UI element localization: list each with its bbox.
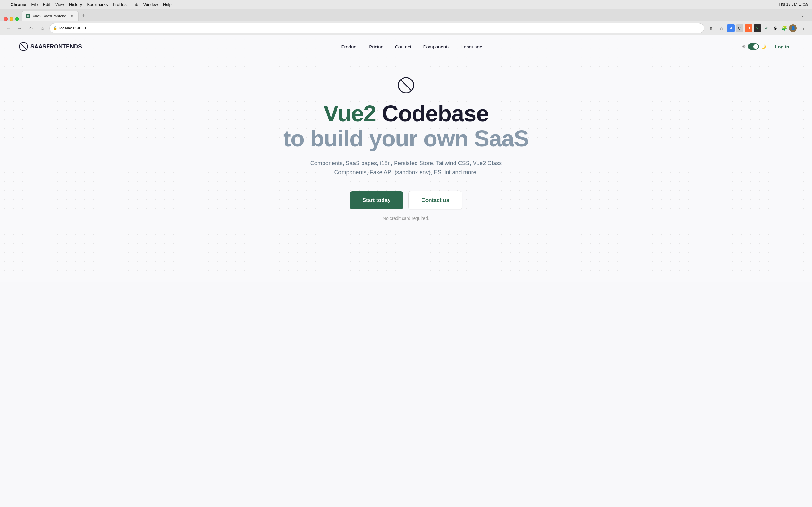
- tab-close-button[interactable]: ✕: [69, 14, 74, 19]
- tab-bar: S Vue2 SaasFrontend ✕ + ⌄: [0, 9, 812, 21]
- site-nav: SAASSAASFRONTENDSFRONTENDS Product Prici…: [0, 35, 812, 58]
- ext-puzzle-icon[interactable]: 🧩: [780, 24, 788, 32]
- hero-section: Vue2 Codebase to build your own SaaS Com…: [0, 58, 812, 246]
- ext-icon-5[interactable]: ✓: [763, 24, 770, 32]
- traffic-lights: [4, 17, 19, 21]
- menubar-tab[interactable]: Tab: [132, 2, 138, 7]
- sun-icon: ☀: [742, 44, 746, 49]
- webpage: SAASSAASFRONTENDSFRONTENDS Product Prici…: [0, 35, 812, 282]
- macos-menubar:  Chrome File Edit View History Bookmark…: [0, 0, 812, 9]
- svg-line-1: [20, 44, 26, 49]
- new-tab-button[interactable]: +: [79, 11, 88, 20]
- hero-logo-icon: [398, 77, 414, 94]
- hero-title-vue2: Vue2: [323, 101, 376, 126]
- close-window-button[interactable]: [4, 17, 8, 21]
- share-icon[interactable]: ⬆: [707, 24, 716, 33]
- url-display: localhost:8080: [59, 26, 701, 31]
- nav-components[interactable]: Components: [423, 44, 450, 49]
- lock-icon: 🔒: [53, 26, 57, 30]
- reload-button[interactable]: ↻: [27, 24, 36, 33]
- logo-text: SAASSAASFRONTENDSFRONTENDS: [31, 43, 82, 50]
- start-today-button[interactable]: Start today: [350, 191, 403, 209]
- tab-title: Vue2 SaasFrontend: [33, 14, 66, 18]
- nav-product[interactable]: Product: [341, 44, 357, 49]
- back-button[interactable]: ←: [4, 24, 13, 33]
- menubar-view[interactable]: View: [55, 2, 64, 7]
- dark-mode-toggle[interactable]: [748, 43, 759, 50]
- nav-links: Product Pricing Contact Components Langu…: [341, 44, 482, 49]
- ext-icon-2[interactable]: ⬡: [736, 24, 744, 32]
- home-button[interactable]: ⌂: [38, 24, 47, 33]
- hero-title-subtitle: to build your own SaaS: [283, 126, 529, 151]
- active-tab[interactable]: S Vue2 SaasFrontend ✕: [21, 11, 79, 21]
- login-button[interactable]: Log in: [771, 42, 793, 51]
- bookmark-icon[interactable]: ☆: [717, 24, 726, 33]
- tab-list-button[interactable]: ⌄: [798, 11, 807, 20]
- hero-title-codebase: Codebase: [376, 101, 489, 126]
- no-credit-text: No credit card required.: [383, 216, 429, 221]
- hero-title: Vue2 Codebase to build your own SaaS: [283, 101, 529, 151]
- menubar-help[interactable]: Help: [163, 2, 171, 7]
- menubar-window[interactable]: Window: [143, 2, 158, 7]
- nav-pricing[interactable]: Pricing: [369, 44, 384, 49]
- browser-toolbar: ← → ↻ ⌂ 🔒 localhost:8080 ⬆ ☆ M ⬡ H V ✓ ⚙…: [0, 21, 812, 35]
- tab-favicon: S: [26, 14, 30, 18]
- minimize-window-button[interactable]: [9, 17, 13, 21]
- hero-buttons: Start today Contact us: [350, 191, 462, 210]
- site-logo[interactable]: SAASSAASFRONTENDSFRONTENDS: [19, 42, 82, 51]
- nav-right: ☀ 🌙 Log in: [742, 42, 793, 51]
- forward-button[interactable]: →: [15, 24, 24, 33]
- menubar-chrome[interactable]: Chrome: [10, 2, 26, 7]
- ext-icon-6[interactable]: ⚙: [771, 24, 779, 32]
- browser-chrome: S Vue2 SaasFrontend ✕ + ⌄ ← → ↻ ⌂ 🔒 loca…: [0, 9, 812, 35]
- nav-contact[interactable]: Contact: [395, 44, 411, 49]
- hero-description: Components, SaaS pages, i18n, Persisted …: [308, 159, 504, 177]
- logo-svg-icon: [19, 42, 28, 51]
- address-bar[interactable]: 🔒 localhost:8080: [49, 23, 704, 33]
- menubar-file[interactable]: File: [32, 2, 38, 7]
- logo-saas: SAAS: [31, 43, 46, 50]
- nav-language[interactable]: Language: [461, 44, 483, 49]
- svg-line-3: [400, 79, 412, 91]
- menubar-history[interactable]: History: [69, 2, 82, 7]
- moon-icon: 🌙: [761, 44, 766, 49]
- fullscreen-window-button[interactable]: [15, 17, 19, 21]
- menubar-time: Thu 13 Jan 17:59: [779, 2, 808, 7]
- toggle-knob: [753, 44, 758, 49]
- user-avatar[interactable]: 👤: [789, 24, 797, 32]
- contact-us-button[interactable]: Contact us: [408, 191, 462, 210]
- apple-logo-icon[interactable]: : [4, 2, 5, 7]
- ext-icon-3[interactable]: H: [745, 24, 752, 32]
- chrome-menu-button[interactable]: ⋮: [799, 24, 808, 33]
- ext-icon-4[interactable]: V: [754, 24, 761, 32]
- extension-icons: ⬆ ☆ M ⬡ H V ✓ ⚙ 🧩 👤: [707, 24, 797, 33]
- ext-icon-1[interactable]: M: [727, 24, 734, 32]
- menubar-profiles[interactable]: Profiles: [113, 2, 126, 7]
- menubar-edit[interactable]: Edit: [43, 2, 50, 7]
- menubar-bookmarks[interactable]: Bookmarks: [87, 2, 107, 7]
- theme-toggle[interactable]: ☀ 🌙: [742, 43, 766, 50]
